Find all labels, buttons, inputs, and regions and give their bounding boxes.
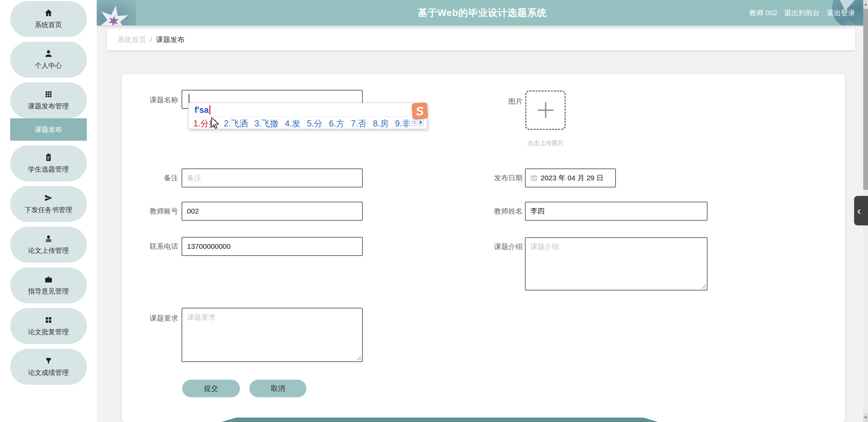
ime-next-page-button[interactable] [418, 119, 424, 126]
app-header: 基于Web的毕业设计选题系统 教师 002 退出到前台 退出登录 [97, 0, 868, 25]
calendar-icon [530, 175, 537, 181]
logout-link[interactable]: 退出登录 [827, 8, 855, 18]
phone-label: 联系电话 [141, 242, 178, 251]
breadcrumb-home-link[interactable]: 系统首页 [117, 35, 146, 44]
send-icon [44, 194, 53, 202]
sidebar-item-paper-score-management[interactable]: 论文成绩管理 [10, 349, 87, 385]
sidebar-item-topic-publish-management[interactable]: 课题发布管理 [10, 82, 87, 118]
topic-intro-label: 课题介绍 [485, 242, 523, 252]
image-upload-dropzone[interactable] [525, 91, 566, 130]
exit-to-front-link[interactable]: 退出到前台 [784, 8, 820, 18]
teacher-account-label: 教师账号 [141, 206, 178, 216]
chevron-left-icon: ‹ [857, 204, 861, 217]
topic-intro-placeholder: 课题介绍 [530, 243, 559, 250]
resize-handle-icon[interactable] [357, 356, 361, 360]
scroll-up-button[interactable] [863, 0, 868, 9]
sidebar-nav: 系统首页 个人中心 课题发布管理 课题发布 学生选题管理 [0, 0, 97, 422]
sidebar-item-paper-upload-management[interactable]: 论文上传管理 [10, 227, 87, 263]
scroll-down-button[interactable] [863, 413, 868, 422]
ime-candidate[interactable]: 5.分 [307, 118, 322, 129]
home-icon [44, 8, 53, 17]
page: 基于Web的毕业设计选题系统 教师 002 退出到前台 退出登录 系统首页 个人… [0, 0, 868, 422]
topic-intro-textarea[interactable]: 课题介绍 [525, 237, 707, 290]
collapse-panel-tab[interactable]: ‹ [854, 196, 868, 225]
left-triangle-icon [413, 120, 415, 124]
sogou-ime-logo: S [411, 102, 428, 120]
funnel-icon [44, 356, 53, 365]
topic-requirement-label: 课题要求 [141, 314, 178, 323]
cancel-button[interactable]: 取消 [249, 380, 306, 397]
teacher-name-label: 教师姓名 [485, 206, 523, 216]
sidebar-item-task-book-management[interactable]: 下发任务书管理 [10, 186, 87, 222]
breadcrumb: 系统首页 / 课题发布 [107, 29, 855, 50]
ime-candidate[interactable]: 7.否 [351, 118, 366, 129]
publish-date-value: 2023 年 04 月 29 日 [541, 173, 604, 183]
down-triangle-icon [864, 417, 867, 419]
grid4-icon [44, 316, 53, 324]
phone-input[interactable]: 13700000000 [182, 237, 363, 256]
briefcase-icon [44, 275, 53, 284]
sidebar-item-guidance-management[interactable]: 指导意见管理 [10, 267, 87, 303]
ime-prev-page-button[interactable] [411, 119, 417, 126]
upload-hint: 点击上传图片 [523, 139, 569, 147]
right-triangle-icon [420, 120, 422, 124]
apps-icon [44, 90, 53, 99]
sidebar-item-system-home[interactable]: 系统首页 [10, 1, 87, 37]
ime-popup: f'sa 1.分撒 2.飞洒 3.飞撒 4.发 5.分 6.方 7.否 8.房 … [188, 103, 427, 129]
topic-requirement-textarea[interactable]: 课题要求 [182, 308, 363, 362]
publish-date-label: 发布日期 [485, 173, 523, 183]
remark-placeholder: 备注 [187, 173, 201, 183]
sidebar-item-paper-reply-management[interactable]: 论文批复管理 [10, 308, 87, 344]
teacher-account-input[interactable]: 002 [182, 202, 363, 221]
sidebar-item-student-topic-management[interactable]: 学生选题管理 [10, 145, 87, 181]
ime-caret [209, 105, 210, 115]
breadcrumb-separator: / [150, 36, 152, 44]
ime-candidate[interactable]: 9.非 [395, 118, 411, 129]
resize-handle-icon[interactable] [701, 284, 706, 289]
ime-candidate[interactable]: 8.房 [373, 118, 389, 129]
current-user-label: 教师 002 [749, 8, 777, 18]
footer-wave [221, 418, 658, 422]
ime-divider [190, 117, 409, 117]
breadcrumb-current: 课题发布 [156, 35, 185, 44]
sidebar-item-personal-center[interactable]: 个人中心 [10, 42, 87, 78]
ime-candidate[interactable]: 2.飞洒 [224, 118, 248, 129]
stamp-icon [44, 234, 53, 243]
ime-candidate-list: 1.分撒 2.飞洒 3.飞撒 4.发 5.分 6.方 7.否 8.房 9.非 [193, 118, 411, 129]
ime-candidate[interactable]: 3.飞撒 [254, 118, 279, 129]
teacher-name-value: 李四 [530, 206, 545, 216]
teacher-account-value: 002 [187, 207, 199, 215]
up-triangle-icon [864, 3, 867, 5]
ime-pager [411, 119, 424, 126]
publish-date-input[interactable]: 2023 年 04 月 29 日 [525, 168, 616, 187]
remark-label: 备注 [141, 173, 178, 183]
sidebar-item-topic-publish[interactable]: 课题发布 [10, 118, 87, 141]
ime-candidate[interactable]: 6.方 [329, 118, 344, 129]
ime-candidate[interactable]: 4.发 [285, 118, 301, 129]
mouse-cursor-icon [211, 117, 220, 131]
image-label: 图片 [485, 97, 523, 106]
ime-composition: f'sa [194, 105, 210, 115]
user-icon [44, 49, 53, 58]
phone-value: 13700000000 [187, 242, 230, 250]
clipboard-icon [44, 153, 53, 162]
teacher-name-input[interactable]: 李四 [525, 202, 707, 221]
topic-requirement-placeholder: 课题要求 [187, 313, 215, 321]
topic-name-label: 课题名称 [141, 95, 178, 105]
submit-button[interactable]: 提交 [182, 380, 240, 397]
remark-input[interactable]: 备注 [182, 168, 363, 187]
scrollbar-thumb[interactable] [863, 9, 868, 190]
